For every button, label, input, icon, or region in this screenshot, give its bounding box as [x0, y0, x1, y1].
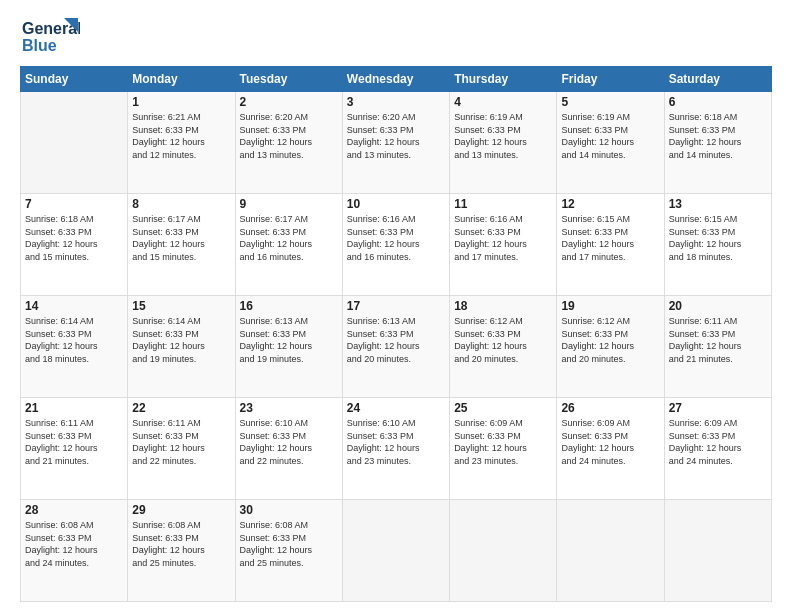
calendar-cell: 2Sunrise: 6:20 AM Sunset: 6:33 PM Daylig…	[235, 92, 342, 194]
day-info: Sunrise: 6:19 AM Sunset: 6:33 PM Dayligh…	[561, 111, 659, 161]
calendar-cell: 9Sunrise: 6:17 AM Sunset: 6:33 PM Daylig…	[235, 194, 342, 296]
day-info: Sunrise: 6:13 AM Sunset: 6:33 PM Dayligh…	[347, 315, 445, 365]
logo-icon: GeneralBlue	[20, 16, 80, 56]
day-info: Sunrise: 6:17 AM Sunset: 6:33 PM Dayligh…	[240, 213, 338, 263]
day-info: Sunrise: 6:11 AM Sunset: 6:33 PM Dayligh…	[669, 315, 767, 365]
calendar-cell: 24Sunrise: 6:10 AM Sunset: 6:33 PM Dayli…	[342, 398, 449, 500]
page: GeneralBlue SundayMondayTuesdayWednesday…	[0, 0, 792, 612]
day-info: Sunrise: 6:14 AM Sunset: 6:33 PM Dayligh…	[25, 315, 123, 365]
col-header-sunday: Sunday	[21, 67, 128, 92]
day-number: 25	[454, 401, 552, 415]
day-info: Sunrise: 6:14 AM Sunset: 6:33 PM Dayligh…	[132, 315, 230, 365]
calendar-cell: 10Sunrise: 6:16 AM Sunset: 6:33 PM Dayli…	[342, 194, 449, 296]
day-info: Sunrise: 6:08 AM Sunset: 6:33 PM Dayligh…	[132, 519, 230, 569]
day-number: 10	[347, 197, 445, 211]
day-number: 28	[25, 503, 123, 517]
day-number: 30	[240, 503, 338, 517]
day-number: 23	[240, 401, 338, 415]
day-number: 4	[454, 95, 552, 109]
day-number: 17	[347, 299, 445, 313]
day-number: 13	[669, 197, 767, 211]
calendar-week-1: 1Sunrise: 6:21 AM Sunset: 6:33 PM Daylig…	[21, 92, 772, 194]
day-number: 7	[25, 197, 123, 211]
day-info: Sunrise: 6:12 AM Sunset: 6:33 PM Dayligh…	[454, 315, 552, 365]
day-info: Sunrise: 6:10 AM Sunset: 6:33 PM Dayligh…	[347, 417, 445, 467]
calendar-cell: 27Sunrise: 6:09 AM Sunset: 6:33 PM Dayli…	[664, 398, 771, 500]
day-number: 3	[347, 95, 445, 109]
col-header-tuesday: Tuesday	[235, 67, 342, 92]
day-info: Sunrise: 6:13 AM Sunset: 6:33 PM Dayligh…	[240, 315, 338, 365]
calendar-cell: 29Sunrise: 6:08 AM Sunset: 6:33 PM Dayli…	[128, 500, 235, 602]
col-header-wednesday: Wednesday	[342, 67, 449, 92]
day-number: 12	[561, 197, 659, 211]
day-info: Sunrise: 6:11 AM Sunset: 6:33 PM Dayligh…	[132, 417, 230, 467]
day-info: Sunrise: 6:09 AM Sunset: 6:33 PM Dayligh…	[669, 417, 767, 467]
calendar-cell: 8Sunrise: 6:17 AM Sunset: 6:33 PM Daylig…	[128, 194, 235, 296]
day-info: Sunrise: 6:19 AM Sunset: 6:33 PM Dayligh…	[454, 111, 552, 161]
day-info: Sunrise: 6:15 AM Sunset: 6:33 PM Dayligh…	[561, 213, 659, 263]
day-info: Sunrise: 6:15 AM Sunset: 6:33 PM Dayligh…	[669, 213, 767, 263]
day-info: Sunrise: 6:09 AM Sunset: 6:33 PM Dayligh…	[561, 417, 659, 467]
day-info: Sunrise: 6:21 AM Sunset: 6:33 PM Dayligh…	[132, 111, 230, 161]
calendar-cell: 12Sunrise: 6:15 AM Sunset: 6:33 PM Dayli…	[557, 194, 664, 296]
day-info: Sunrise: 6:09 AM Sunset: 6:33 PM Dayligh…	[454, 417, 552, 467]
calendar-cell: 6Sunrise: 6:18 AM Sunset: 6:33 PM Daylig…	[664, 92, 771, 194]
day-number: 20	[669, 299, 767, 313]
calendar-cell: 14Sunrise: 6:14 AM Sunset: 6:33 PM Dayli…	[21, 296, 128, 398]
col-header-thursday: Thursday	[450, 67, 557, 92]
day-number: 15	[132, 299, 230, 313]
day-number: 8	[132, 197, 230, 211]
calendar-cell	[450, 500, 557, 602]
day-info: Sunrise: 6:18 AM Sunset: 6:33 PM Dayligh…	[669, 111, 767, 161]
logo: GeneralBlue	[20, 16, 84, 56]
calendar-week-5: 28Sunrise: 6:08 AM Sunset: 6:33 PM Dayli…	[21, 500, 772, 602]
calendar-cell: 21Sunrise: 6:11 AM Sunset: 6:33 PM Dayli…	[21, 398, 128, 500]
day-info: Sunrise: 6:08 AM Sunset: 6:33 PM Dayligh…	[25, 519, 123, 569]
day-info: Sunrise: 6:08 AM Sunset: 6:33 PM Dayligh…	[240, 519, 338, 569]
calendar-cell: 26Sunrise: 6:09 AM Sunset: 6:33 PM Dayli…	[557, 398, 664, 500]
calendar-cell: 4Sunrise: 6:19 AM Sunset: 6:33 PM Daylig…	[450, 92, 557, 194]
calendar-cell: 18Sunrise: 6:12 AM Sunset: 6:33 PM Dayli…	[450, 296, 557, 398]
day-info: Sunrise: 6:18 AM Sunset: 6:33 PM Dayligh…	[25, 213, 123, 263]
day-info: Sunrise: 6:16 AM Sunset: 6:33 PM Dayligh…	[347, 213, 445, 263]
day-number: 14	[25, 299, 123, 313]
calendar-cell: 3Sunrise: 6:20 AM Sunset: 6:33 PM Daylig…	[342, 92, 449, 194]
col-header-saturday: Saturday	[664, 67, 771, 92]
svg-text:Blue: Blue	[22, 37, 57, 54]
calendar-cell: 28Sunrise: 6:08 AM Sunset: 6:33 PM Dayli…	[21, 500, 128, 602]
calendar-cell	[342, 500, 449, 602]
col-header-monday: Monday	[128, 67, 235, 92]
day-info: Sunrise: 6:11 AM Sunset: 6:33 PM Dayligh…	[25, 417, 123, 467]
day-number: 11	[454, 197, 552, 211]
calendar-table: SundayMondayTuesdayWednesdayThursdayFrid…	[20, 66, 772, 602]
day-number: 27	[669, 401, 767, 415]
day-info: Sunrise: 6:16 AM Sunset: 6:33 PM Dayligh…	[454, 213, 552, 263]
day-info: Sunrise: 6:17 AM Sunset: 6:33 PM Dayligh…	[132, 213, 230, 263]
day-number: 9	[240, 197, 338, 211]
calendar-cell: 30Sunrise: 6:08 AM Sunset: 6:33 PM Dayli…	[235, 500, 342, 602]
calendar-cell: 7Sunrise: 6:18 AM Sunset: 6:33 PM Daylig…	[21, 194, 128, 296]
day-number: 16	[240, 299, 338, 313]
calendar-week-3: 14Sunrise: 6:14 AM Sunset: 6:33 PM Dayli…	[21, 296, 772, 398]
calendar-cell	[664, 500, 771, 602]
calendar-cell: 13Sunrise: 6:15 AM Sunset: 6:33 PM Dayli…	[664, 194, 771, 296]
calendar-cell: 11Sunrise: 6:16 AM Sunset: 6:33 PM Dayli…	[450, 194, 557, 296]
day-number: 24	[347, 401, 445, 415]
day-number: 6	[669, 95, 767, 109]
day-info: Sunrise: 6:12 AM Sunset: 6:33 PM Dayligh…	[561, 315, 659, 365]
day-number: 18	[454, 299, 552, 313]
day-number: 19	[561, 299, 659, 313]
day-number: 22	[132, 401, 230, 415]
calendar-cell: 20Sunrise: 6:11 AM Sunset: 6:33 PM Dayli…	[664, 296, 771, 398]
col-header-friday: Friday	[557, 67, 664, 92]
calendar-cell: 1Sunrise: 6:21 AM Sunset: 6:33 PM Daylig…	[128, 92, 235, 194]
day-number: 26	[561, 401, 659, 415]
calendar-cell	[21, 92, 128, 194]
day-number: 21	[25, 401, 123, 415]
header: GeneralBlue	[20, 16, 772, 56]
calendar-week-2: 7Sunrise: 6:18 AM Sunset: 6:33 PM Daylig…	[21, 194, 772, 296]
calendar-week-4: 21Sunrise: 6:11 AM Sunset: 6:33 PM Dayli…	[21, 398, 772, 500]
day-number: 29	[132, 503, 230, 517]
day-info: Sunrise: 6:20 AM Sunset: 6:33 PM Dayligh…	[347, 111, 445, 161]
calendar-cell: 16Sunrise: 6:13 AM Sunset: 6:33 PM Dayli…	[235, 296, 342, 398]
